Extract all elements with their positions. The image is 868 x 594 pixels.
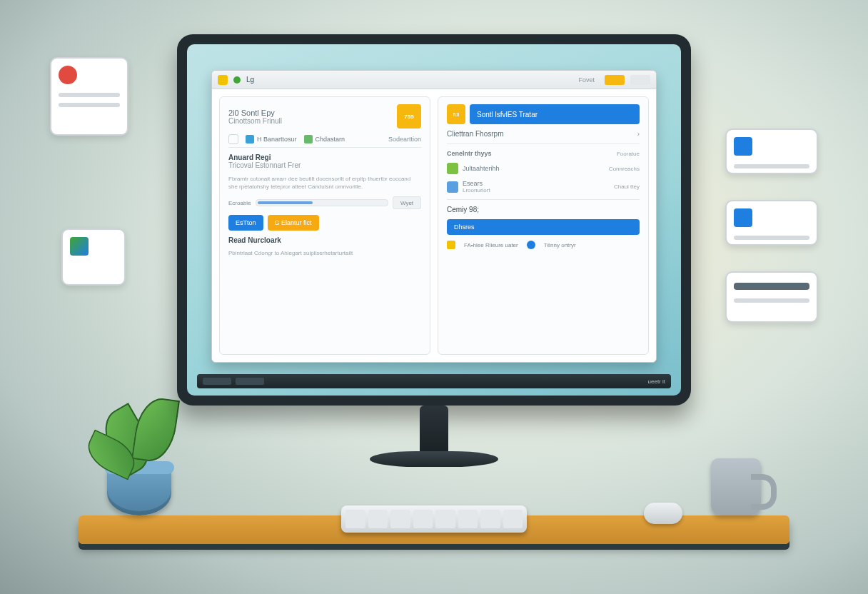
plant-leaf [131,396,180,465]
section-title: Anuard Regi [228,153,421,161]
list-item-label: Cliettran Fhosrpm [447,130,503,138]
secondary-button[interactable]: G Elantur fict [268,215,319,231]
app-logo-icon: 755 [397,104,421,129]
titlebar-label: Lg [246,76,254,84]
floating-card [61,228,126,286]
item-label: Jultaahterihh [463,165,500,172]
list-item[interactable]: Jultaahterihh Connreachs [447,163,640,174]
titlebar-button[interactable] [630,75,650,85]
window-titlebar[interactable]: Lg Fovet [212,71,656,89]
item-label: Esears [463,180,490,187]
floating-card [725,271,818,323]
floating-card [50,57,128,136]
item-icon [447,181,458,193]
right-panel: fdl Sontl lsfvlES Tratar Cliettran Fhosr… [438,96,649,355]
tab-link[interactable]: Sodearttion [388,136,421,143]
titlebar-icon [218,75,228,85]
mouse [644,503,682,524]
taskbar-item[interactable] [236,378,264,385]
chevron-right-icon: › [637,130,640,138]
tab-icon [304,135,313,144]
group-title: Cenelntr thyys [447,150,492,157]
footer-icon [447,241,455,249]
section-title: Read Nurcloark [228,236,421,244]
panel-footer: FA•hlee Rlieure uater Tënny ontryr [447,241,640,249]
app-logo-badge: 755 [404,114,413,120]
item-sublabel: Lroonuriort [463,187,490,193]
tab-label: Chdastarn [316,136,345,143]
chat-icon[interactable] [228,134,238,144]
progress-bar[interactable] [256,199,388,206]
taskbar-clock: ueetr it [648,378,665,385]
panel-header[interactable]: Sontl lsfvlES Tratar [470,104,640,124]
taskbar-item[interactable] [203,378,231,385]
footer-icon [527,241,535,249]
eye-icon [59,66,77,84]
footer-label[interactable]: Tënny ontryr [544,242,576,248]
item-meta: Chaul ttey [614,183,640,190]
panel-title: 2i0 Sontl Epy [228,109,391,117]
counter-label: Cemiy 98; [447,206,640,213]
badge-icon: fdl [447,104,465,124]
progress-label: Ecroable [228,200,251,206]
shield-icon [70,237,89,256]
bar-icon [734,283,809,290]
list-item[interactable]: Cliettran Fhosrpm › [447,130,640,138]
titlebar-icon [233,76,241,84]
titlebar-button[interactable] [605,75,625,85]
list-item[interactable]: Esears Lroonuriort Chaul ttey [447,180,640,193]
tab-label: H Banarttosur [257,136,297,143]
tab-item[interactable]: Chdastarn [304,135,345,144]
square-icon [734,137,752,156]
screen: Lg Fovet 2i0 Sontl Epy Cinottsom Frinull [187,44,681,396]
keyboard [341,505,527,533]
progress-meta[interactable]: Wyet [393,196,421,209]
taskbar[interactable]: ueetr it [197,374,671,388]
coffee-mug [711,458,761,515]
left-panel: 2i0 Sontl Epy Cinottsom Frinull 755 H Ba… [219,96,430,355]
primary-button[interactable]: EsTton [228,215,263,231]
app-window: Lg Fovet 2i0 Sontl Epy Cinottsom Frinull [211,70,657,363]
tab-icon [246,135,254,144]
section-subtitle: Tricoval Estonnart Frer [228,161,421,169]
item-meta: Connreachs [609,166,640,172]
tab-row: H Banarttosur Chdastarn Sodearttion [228,134,421,148]
section-body: Fbramtr cotonait amarr dee beutllt docen… [228,175,421,191]
floating-card [725,129,818,174]
item-icon [447,163,458,174]
group-meta: Fooratue [617,151,640,157]
footer-label[interactable]: FA•hlee Rlieure uater [464,242,518,248]
wide-button[interactable]: Dhsres [447,219,640,235]
titlebar-badge-label: Fovet [578,76,595,84]
floating-card [725,200,818,246]
tab-item[interactable]: H Banarttosur [246,135,297,144]
square-icon [734,208,752,227]
monitor-stand [391,406,477,467]
monitor-bezel: Lg Fovet 2i0 Sontl Epy Cinottsom Frinull [177,34,691,406]
section-body: Pbintrlaat Cdongr to Ahiegart suipliserh… [228,250,421,256]
panel-subtitle: Cinottsom Frinull [228,117,391,125]
